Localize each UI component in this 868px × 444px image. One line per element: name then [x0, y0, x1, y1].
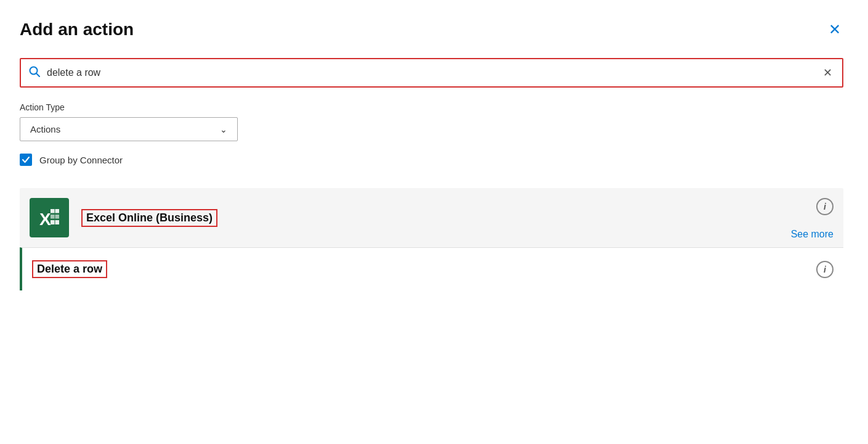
see-more-button[interactable]: See more [791, 229, 834, 240]
action-info-icon: i [816, 261, 834, 278]
action-row[interactable]: Delete a row i [20, 247, 843, 290]
action-info-button[interactable]: i [816, 261, 834, 278]
chevron-down-icon: ⌄ [220, 125, 227, 134]
close-button[interactable]: ✕ [826, 20, 843, 39]
connector-name: Excel Online (Business) [81, 209, 217, 227]
action-type-label: Action Type [20, 102, 843, 112]
group-by-checkbox[interactable] [20, 154, 32, 166]
dialog-header: Add an action ✕ [20, 20, 843, 39]
search-container: ✕ [20, 58, 843, 88]
connector-section: X Excel Online (Business) i See more Del… [20, 188, 843, 290]
search-icon [28, 65, 41, 81]
action-type-selected-value: Actions [30, 124, 60, 134]
svg-text:X: X [39, 210, 51, 229]
svg-line-1 [36, 73, 39, 76]
group-by-row: Group by Connector [20, 154, 843, 166]
action-name: Delete a row [32, 260, 107, 278]
connector-info-button[interactable]: i [816, 198, 834, 215]
excel-connector-icon: X [30, 198, 69, 237]
connector-header: X Excel Online (Business) i See more [20, 188, 843, 247]
search-clear-button[interactable]: ✕ [821, 64, 835, 82]
add-action-dialog: Add an action ✕ ✕ Action Type Actions ⌄ … [0, 0, 868, 444]
action-type-dropdown[interactable]: Actions ⌄ [20, 117, 238, 141]
group-by-label: Group by Connector [39, 155, 123, 165]
info-icon: i [816, 198, 834, 215]
search-input[interactable] [47, 67, 821, 78]
dialog-title: Add an action [20, 20, 134, 39]
